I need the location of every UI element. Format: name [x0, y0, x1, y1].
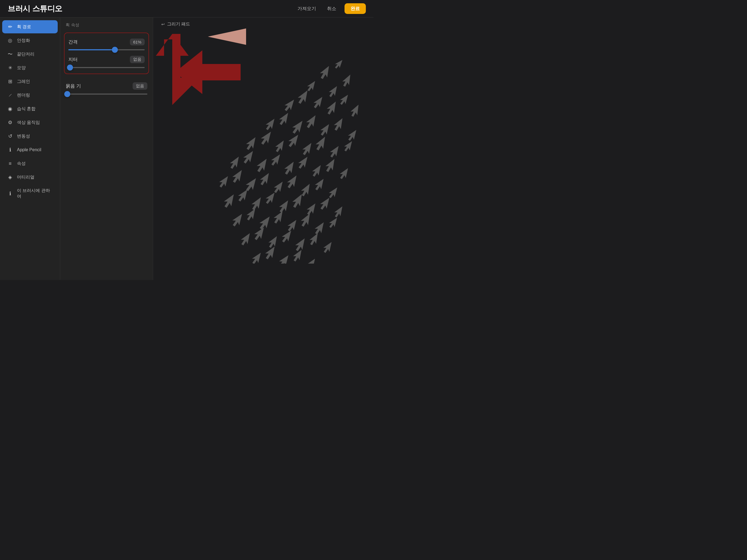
panel-section-title: 획 속성: [60, 18, 153, 30]
spacing-slider[interactable]: [68, 49, 145, 50]
fall-off-thumb[interactable]: [64, 91, 70, 97]
svg-marker-4: [170, 40, 172, 43]
jitter-track: [68, 67, 145, 68]
spacing-thumb[interactable]: [112, 47, 118, 53]
sidebar-item-apple-pencil[interactable]: ℹ Apple Pencil: [2, 143, 58, 156]
sidebar-item-label: 이 브러시에 관하여: [17, 188, 53, 199]
main-layout: ✏ 획 경로 ◎ 안정화 〜 끝단저리 ✳ 모양 ⊞ 그레인 ⟋ 렌더링 ◉ 습…: [0, 18, 374, 280]
import-button[interactable]: 가져오기: [295, 4, 319, 14]
sidebar-item-label: 변동성: [17, 133, 30, 139]
sidebar-item-about[interactable]: ℹ 이 브러시에 관하여: [2, 184, 58, 203]
spacing-fill: [68, 49, 115, 50]
spacing-track: [68, 49, 145, 50]
content-panel: 획 속성 간격 61% 지터 없음: [60, 18, 153, 280]
fall-off-slider[interactable]: [66, 94, 147, 95]
sidebar-item-stroke-path[interactable]: ✏ 획 경로: [2, 20, 58, 33]
sidebar-item-label: 습식 혼합: [17, 106, 35, 112]
sidebar-item-wet-mix[interactable]: ◉ 습식 혼합: [2, 102, 58, 116]
sidebar: ✏ 획 경로 ◎ 안정화 〜 끝단저리 ✳ 모양 ⊞ 그레인 ⟋ 렌더링 ◉ 습…: [0, 18, 60, 280]
stabilization-icon: ◎: [7, 37, 13, 44]
header: 브러시 스튜디오 가져오기 취소 완료: [0, 0, 374, 18]
sidebar-item-stabilization[interactable]: ◎ 안정화: [2, 34, 58, 47]
jitter-label: 지터: [68, 56, 78, 62]
fall-off-track: [66, 94, 147, 95]
sidebar-item-properties[interactable]: ≡ 속성: [2, 157, 58, 170]
rendering-icon: ⟋: [7, 92, 13, 98]
sidebar-item-variation[interactable]: ↺ 변동성: [2, 130, 58, 143]
spacing-label: 간격: [68, 39, 78, 45]
arrow-scatter: [170, 40, 361, 263]
sidebar-item-label: 렌더링: [17, 93, 30, 98]
properties-icon: ≡: [7, 160, 13, 167]
sidebar-item-label: 모양: [17, 65, 26, 71]
sidebar-item-rendering[interactable]: ⟋ 렌더링: [2, 88, 58, 102]
spacing-row: 간격 61%: [68, 36, 145, 48]
header-actions: 가져오기 취소 완료: [295, 3, 366, 14]
jitter-value: 없음: [130, 56, 145, 63]
sidebar-item-label: 색상 움직임: [17, 120, 40, 126]
sidebar-item-shape[interactable]: ✳ 모양: [2, 61, 58, 74]
fall-off-label: 묽음 기: [66, 83, 81, 89]
apple-pencil-icon: ℹ: [7, 147, 13, 153]
sidebar-item-label: 끝단저리: [17, 51, 34, 57]
tip-taper-icon: 〜: [7, 51, 13, 57]
material-icon: ◈: [7, 174, 13, 180]
sidebar-item-label: 그레인: [17, 79, 30, 84]
about-icon: ℹ: [7, 190, 13, 197]
fall-off-row: 묽음 기 없음: [66, 80, 147, 93]
sidebar-item-tip-taper[interactable]: 〜 끝단저리: [2, 48, 58, 61]
drawing-area[interactable]: ↩ 그리기 패드: [153, 18, 374, 280]
spacing-value: 61%: [130, 39, 145, 45]
sidebar-item-grain[interactable]: ⊞ 그레인: [2, 75, 58, 88]
sidebar-item-label: 머티리얼: [17, 175, 34, 180]
fall-off-value: 없음: [133, 82, 147, 90]
drawing-pad-icon: ↩: [161, 22, 165, 27]
sidebar-item-label: 속성: [17, 161, 26, 167]
variation-icon: ↺: [7, 133, 13, 139]
sidebar-item-material[interactable]: ◈ 머티리얼: [2, 171, 58, 184]
sidebar-item-label: Apple Pencil: [17, 147, 41, 152]
sidebar-item-label: 획 경로: [17, 24, 31, 30]
highlight-box: 간격 61% 지터 없음: [64, 32, 149, 74]
jitter-slider[interactable]: [68, 67, 145, 68]
sidebar-item-color-dynamics[interactable]: ⚙ 색상 움직임: [2, 116, 58, 129]
jitter-row: 지터 없음: [68, 53, 145, 66]
stroke-path-icon: ✏: [7, 24, 13, 30]
fall-off-section: 묽음 기 없음: [60, 77, 153, 100]
sidebar-item-label: 안정화: [17, 38, 30, 44]
wet-mix-icon: ◉: [7, 106, 13, 112]
jitter-thumb[interactable]: [67, 65, 73, 71]
grain-icon: ⊞: [7, 78, 13, 84]
done-button[interactable]: 완료: [344, 3, 366, 14]
shape-icon: ✳: [7, 65, 13, 71]
cancel-button[interactable]: 취소: [324, 4, 339, 14]
page-title: 브러시 스튜디오: [8, 4, 62, 14]
color-dynamics-icon: ⚙: [7, 120, 13, 126]
